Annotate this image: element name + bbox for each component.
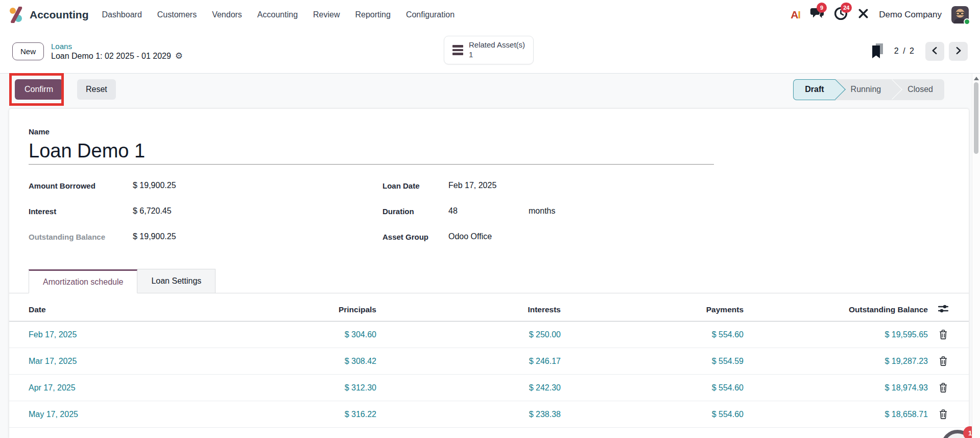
- menu-bars-icon: [452, 45, 463, 55]
- menu-dashboard[interactable]: Dashboard: [102, 10, 142, 19]
- menu-vendors[interactable]: Vendors: [212, 10, 242, 19]
- menu-configuration[interactable]: Configuration: [406, 10, 455, 19]
- top-navbar: Accounting Dashboard Customers Vendors A…: [0, 0, 980, 29]
- reset-button[interactable]: Reset: [77, 79, 116, 100]
- row-payment[interactable]: $ 554.59: [561, 357, 744, 366]
- interest-value[interactable]: $ 6,720.45: [133, 206, 172, 216]
- outstanding-balance-value: $ 19,900.25: [133, 232, 176, 241]
- duration-label: Duration: [383, 207, 448, 216]
- row-date[interactable]: Mar 17, 2025: [9, 357, 183, 366]
- delete-row-trash-icon[interactable]: [928, 383, 959, 393]
- row-date[interactable]: Apr 17, 2025: [9, 383, 183, 393]
- accounting-app-logo-icon[interactable]: [8, 7, 25, 23]
- delete-row-trash-icon[interactable]: [928, 330, 959, 339]
- chevron-left-icon: [931, 47, 939, 56]
- pager-next-button[interactable]: [949, 42, 968, 61]
- gear-icon[interactable]: ⚙: [175, 52, 183, 60]
- ai-icon[interactable]: AI: [791, 9, 800, 21]
- right-field-column: Loan Date Feb 17, 2025 Duration 48 month…: [383, 173, 949, 249]
- table-row: Apr 17, 2025 $ 312.30 $ 242.30 $ 554.60 …: [9, 375, 969, 401]
- breadcrumb-current-record: Loan Demo 1: 02 2025 - 01 2029: [51, 52, 171, 61]
- vertical-scrollbar: [972, 74, 980, 438]
- delete-row-trash-icon[interactable]: [928, 356, 959, 366]
- loan-date-label: Loan Date: [383, 181, 448, 190]
- tab-amortization-schedule[interactable]: Amortization schedule: [29, 269, 137, 293]
- notebook-tabs: Amortization schedule Loan Settings: [9, 269, 969, 293]
- activities-button[interactable]: 24: [834, 7, 848, 22]
- asset-group-label: Asset Group: [383, 233, 448, 241]
- confirm-button[interactable]: Confirm: [15, 79, 63, 100]
- name-field-label: Name: [29, 127, 949, 136]
- header-principals[interactable]: Principals: [183, 305, 376, 314]
- menu-reporting[interactable]: Reporting: [355, 10, 391, 19]
- related-assets-button[interactable]: Related Asset(s) 1: [444, 36, 534, 64]
- header-interests[interactable]: Interests: [376, 305, 561, 314]
- navbar-systray: AI 9 24: [791, 6, 969, 24]
- row-principal[interactable]: $ 316.22: [183, 410, 376, 419]
- user-avatar[interactable]: [951, 6, 969, 24]
- table-row: May 17, 2025 $ 316.22 $ 238.38 $ 554.60 …: [9, 401, 969, 428]
- row-date[interactable]: May 17, 2025: [9, 410, 183, 419]
- row-payment[interactable]: $ 554.60: [561, 383, 744, 393]
- debug-tools-button[interactable]: [857, 8, 869, 21]
- row-balance[interactable]: $ 18,658.71: [744, 410, 928, 419]
- header-outstanding-balance[interactable]: Outstanding Balance: [744, 305, 928, 314]
- table-row: Mar 17, 2025 $ 308.42 $ 246.17 $ 554.59 …: [9, 348, 969, 375]
- menu-review[interactable]: Review: [313, 10, 340, 19]
- control-panel: New Loans Loan Demo 1: 02 2025 - 01 2029…: [0, 29, 980, 73]
- loan-date-value[interactable]: Feb 17, 2025: [448, 181, 496, 190]
- state-draft[interactable]: Draft: [793, 79, 835, 100]
- duration-suffix: months: [529, 206, 555, 216]
- row-balance[interactable]: $ 19,595.65: [744, 330, 928, 339]
- main-menu: Dashboard Customers Vendors Accounting R…: [102, 10, 455, 19]
- online-status-dot: [964, 18, 970, 25]
- left-field-column: Amount Borrowed $ 19,900.25 Interest $ 6…: [29, 173, 383, 249]
- header-payments[interactable]: Payments: [561, 305, 744, 314]
- messages-badge: 9: [817, 3, 827, 13]
- row-principal[interactable]: $ 312.30: [183, 383, 376, 393]
- new-button[interactable]: New: [12, 42, 44, 60]
- row-date[interactable]: Feb 17, 2025: [9, 330, 183, 339]
- breadcrumb: Loans Loan Demo 1: 02 2025 - 01 2029 ⚙: [51, 42, 183, 61]
- state-widget: Draft Running Closed: [793, 79, 944, 100]
- row-payment[interactable]: $ 554.60: [561, 330, 744, 339]
- delete-row-trash-icon[interactable]: [928, 409, 959, 419]
- row-balance[interactable]: $ 19,287.23: [744, 357, 928, 366]
- asset-group-value[interactable]: Odoo Office: [448, 232, 492, 241]
- row-interest[interactable]: $ 250.00: [376, 330, 561, 339]
- duration-value[interactable]: 48: [448, 206, 529, 216]
- tab-loan-settings[interactable]: Loan Settings: [137, 269, 216, 293]
- optional-columns-sliders-icon[interactable]: [928, 305, 959, 314]
- messages-button[interactable]: 9: [810, 7, 824, 22]
- company-switcher[interactable]: Demo Company: [879, 10, 942, 20]
- app-title[interactable]: Accounting: [30, 9, 89, 21]
- related-assets-count: 1: [469, 50, 525, 60]
- related-assets-label: Related Asset(s): [469, 40, 525, 50]
- bookmark-icon[interactable]: [871, 43, 884, 59]
- row-payment[interactable]: $ 554.60: [561, 410, 744, 419]
- scrollbar-up-arrow[interactable]: [974, 77, 979, 80]
- row-principal[interactable]: $ 308.42: [183, 357, 376, 366]
- pager-area: 2 / 2: [871, 42, 968, 61]
- row-interest[interactable]: $ 246.17: [376, 357, 561, 366]
- amount-borrowed-label: Amount Borrowed: [29, 181, 133, 190]
- menu-customers[interactable]: Customers: [157, 10, 197, 19]
- breadcrumb-loans-link[interactable]: Loans: [51, 42, 183, 51]
- table-row: Feb 17, 2025 $ 304.60 $ 250.00 $ 554.60 …: [9, 321, 969, 348]
- odoo-loan-form-screen: Accounting Dashboard Customers Vendors A…: [0, 0, 980, 438]
- pager-previous-button[interactable]: [925, 42, 944, 61]
- row-balance[interactable]: $ 18,974.93: [744, 383, 928, 393]
- row-interest[interactable]: $ 238.38: [376, 410, 561, 419]
- row-interest[interactable]: $ 242.30: [376, 383, 561, 393]
- row-principal[interactable]: $ 304.60: [183, 330, 376, 339]
- name-input[interactable]: Loan Demo 1: [29, 140, 714, 165]
- header-date[interactable]: Date: [9, 305, 183, 314]
- scrollbar-thumb[interactable]: [974, 82, 978, 154]
- crossed-tools-icon: [857, 8, 869, 21]
- menu-accounting[interactable]: Accounting: [257, 10, 298, 19]
- chevron-right-icon: [954, 47, 962, 56]
- pager-counter[interactable]: 2 / 2: [894, 47, 915, 56]
- amortization-table: Date Principals Interests Payments Outst…: [9, 293, 969, 428]
- table-header-row: Date Principals Interests Payments Outst…: [9, 293, 969, 321]
- amount-borrowed-value[interactable]: $ 19,900.25: [133, 181, 176, 190]
